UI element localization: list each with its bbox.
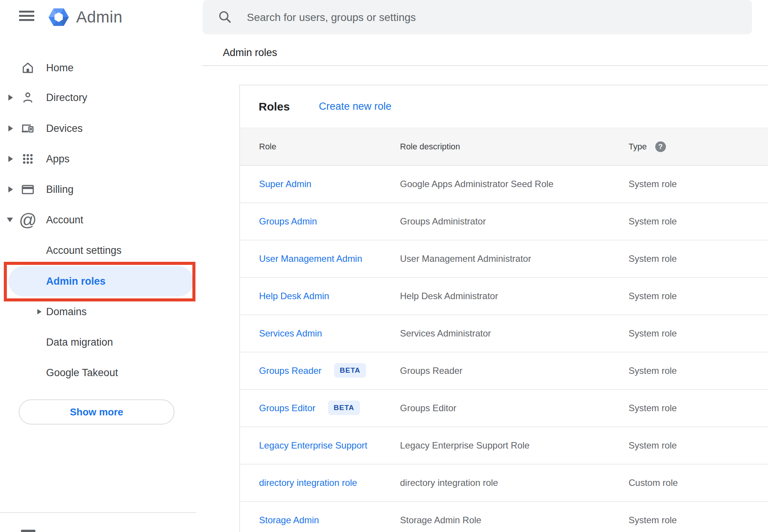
table-header-row: Role Role description Type ? [240,128,768,166]
apps-grid-icon [20,151,35,167]
sidebar-item-domains[interactable]: Domains [0,296,196,327]
column-header-role: Role [259,128,276,165]
show-more-label: Show more [70,406,123,418]
chevron-right-icon [8,125,13,131]
sidebar-bottom-divider [0,512,196,513]
show-more-button[interactable]: Show more [19,399,174,425]
column-header-type-label: Type [629,128,647,165]
admin-logo-icon [48,6,70,28]
role-type: System role [629,315,677,352]
role-type: System role [629,203,677,240]
role-type: Custom role [629,465,678,501]
person-icon [20,90,35,105]
sidebar-item-billing[interactable]: Billing [0,174,196,205]
roles-card-header: Roles Create new role [240,85,768,128]
chevron-down-icon [7,218,13,222]
table-row: User Management Admin User Management Ad… [240,240,768,278]
sidebar-item-label: Google Takeout [46,367,118,379]
column-header-type: Type ? [629,128,666,165]
table-row: Help Desk Admin Help Desk Administrator … [240,278,768,315]
sidebar-item-label: Account settings [46,245,122,256]
role-type: System role [629,278,677,314]
menu-hamburger-icon[interactable] [19,11,34,21]
search-icon [217,9,232,24]
role-description: Groups Reader [400,353,462,389]
help-icon[interactable]: ? [655,141,666,152]
role-type: System role [629,166,677,202]
role-link[interactable]: Groups Editor [259,403,315,413]
sidebar-item-directory[interactable]: Directory [0,82,196,113]
role-link[interactable]: Help Desk Admin [259,291,329,301]
beta-badge: BETA [334,363,366,378]
table-row: Services Admin Services Administrator Sy… [240,315,768,353]
role-description: Groups Editor [400,390,456,426]
chevron-right-icon [8,95,13,101]
table-row: Super Admin Google Apps Administrator Se… [240,166,768,203]
sidebar-item-label: Home [46,62,74,74]
sidebar-item-home[interactable]: Home [0,53,196,83]
chevron-right-icon [8,186,13,192]
role-link[interactable]: Services Admin [259,328,322,338]
sidebar-item-label: Devices [46,123,83,135]
partial-bottom-icon [21,530,35,532]
sidebar-item-label: Domains [46,306,87,318]
home-icon [20,60,35,75]
role-type: System role [629,240,677,277]
sidebar-item-label: Billing [46,184,74,195]
table-row: Storage Admin Storage Admin Role System … [240,502,768,532]
sidebar-item-devices[interactable]: Devices [0,113,196,144]
beta-badge: BETA [328,401,360,415]
sidebar-item-label: Admin roles [46,276,106,287]
table-row: Groups Reader BETA Groups Reader System … [240,353,768,390]
sidebar-item-data-migration[interactable]: Data migration [0,327,196,357]
role-description: Storage Admin Role [400,502,481,532]
create-new-role-link[interactable]: Create new role [319,85,392,128]
search-placeholder: Search for users, groups or settings [247,0,416,34]
role-description: Help Desk Administrator [400,278,498,314]
role-description: User Management Administrator [400,240,531,277]
sidebar-item-label: Apps [46,153,70,165]
roles-table-body: Super Admin Google Apps Administrator Se… [240,166,768,532]
role-link[interactable]: Groups Reader [259,365,322,376]
role-type: System role [629,390,677,426]
sidebar-item-label: Account [46,214,83,226]
sidebar: Admin Home Directory [0,0,196,532]
sidebar-item-label: Data migration [46,337,113,348]
role-description: Groups Administrator [400,203,486,240]
role-description: directory integration role [400,465,498,501]
role-type: System role [629,427,677,464]
role-link[interactable]: Legacy Enterprise Support [259,440,367,450]
breadcrumb: Admin roles [223,45,277,60]
sidebar-item-label: Directory [46,92,87,104]
role-description: Services Administrator [400,315,491,352]
devices-icon [20,121,35,136]
sidebar-item-admin-roles[interactable]: Admin roles [8,266,194,296]
role-type: System role [629,502,677,532]
sidebar-item-google-takeout[interactable]: Google Takeout [0,357,196,388]
billing-card-icon [20,182,35,197]
role-link[interactable]: User Management Admin [259,253,362,264]
sidebar-item-account[interactable]: @ Account [0,205,196,235]
sidebar-item-account-settings[interactable]: Account settings [0,235,196,266]
column-header-description: Role description [400,128,460,165]
role-link[interactable]: Super Admin [259,179,311,189]
table-row: Groups Editor BETA Groups Editor System … [240,390,768,427]
content-divider [202,65,768,66]
card-title: Roles [259,85,290,128]
role-description: Google Apps Administrator Seed Role [400,166,554,202]
table-row: directory integration role directory int… [240,465,768,502]
table-row: Legacy Enterprise Support Legacy Enterpr… [240,427,768,465]
at-icon: @ [20,212,35,228]
role-link[interactable]: Groups Admin [259,216,317,226]
role-link[interactable]: directory integration role [259,478,357,488]
chevron-right-icon [8,156,13,162]
role-link[interactable]: Storage Admin [259,515,319,525]
table-row: Groups Admin Groups Administrator System… [240,203,768,240]
sidebar-item-apps[interactable]: Apps [0,144,196,174]
chevron-right-icon [37,309,42,314]
roles-card: Roles Create new role Role Role descript… [239,85,768,532]
app-title: Admin [76,6,123,28]
search-input[interactable]: Search for users, groups or settings [203,0,752,34]
role-description: Legacy Enterprise Support Role [400,427,530,464]
role-type: System role [629,353,677,389]
